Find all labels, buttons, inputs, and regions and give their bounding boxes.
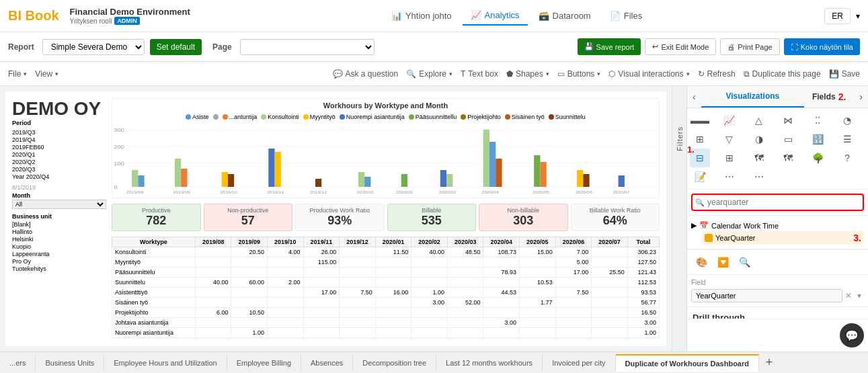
viz-map[interactable]: 🗺 [749, 149, 769, 167]
ask-question-button[interactable]: 💬 Ask a question [333, 69, 399, 79]
text-box-button[interactable]: T Text box [461, 69, 498, 79]
viz-area-chart[interactable]: △ [749, 111, 769, 130]
period-item-5[interactable]: 2020/Q2 [12, 159, 106, 165]
field-filter-clear[interactable]: ✕ [842, 291, 855, 300]
legend-paasuunnittelu: Pääsuunnittellu [409, 114, 457, 120]
explore-button[interactable]: 🔍 Explore ▾ [406, 69, 452, 79]
tab-employee-hours[interactable]: Employee Hours and Utilization [104, 355, 227, 371]
field-tree-child[interactable]: YearQuarter 3. [702, 231, 864, 245]
view-menu[interactable]: View ▾ [35, 69, 58, 79]
cell-value [303, 308, 340, 318]
period-item-1[interactable]: 2019/Q3 [12, 129, 106, 136]
tab-fields[interactable]: Fields 2. [804, 86, 854, 108]
viz-smart-narrative[interactable]: 📝 [690, 167, 710, 186]
tab-employee-billing[interactable]: Employee Billing [227, 355, 301, 371]
add-tab-button[interactable]: + [759, 353, 779, 373]
duplicate-button[interactable]: ⧉ Duplicate this page [744, 69, 821, 79]
tab-absences[interactable]: Absences [301, 355, 353, 371]
period-item-2[interactable]: 2019/Q4 [12, 136, 106, 143]
tab-ers[interactable]: ...ers [0, 355, 36, 371]
period-item-4[interactable]: 2020/Q1 [12, 151, 106, 158]
panel-next-button[interactable]: › [854, 87, 868, 106]
field-filter-down[interactable]: ▾ [855, 291, 864, 300]
chat-button[interactable]: 💬 [840, 323, 864, 347]
viz-decomp-tree[interactable]: 🌳 [807, 149, 828, 167]
format-icon-3[interactable]: 🔍 [734, 253, 754, 272]
viz-ribbon-chart[interactable]: ⋈ [778, 111, 798, 130]
tab-invoiced-per-city[interactable]: Invoiced per city [543, 355, 615, 371]
tab-business-units[interactable]: Business Units [36, 355, 104, 371]
chart-legend: Asiste ...antuntija Konsultointi Myyntit… [112, 112, 659, 122]
bu-lappeenranta[interactable]: Lappeenranta [12, 251, 106, 257]
exit-edit-button[interactable]: ↩ Exit Edit Mode [645, 38, 716, 55]
fullscreen-button[interactable]: ⛶ Koko näytön tila [784, 38, 860, 55]
tab-visualizations[interactable]: Visualizations [701, 86, 804, 108]
nav-item-yhtion-johto[interactable]: 📊 Yhtion johto [383, 7, 460, 25]
cell-value: 3.00 [411, 298, 448, 308]
field-tree-parent[interactable]: ▶ 📅 Calendar Work Time [691, 220, 864, 231]
viz-more-1[interactable]: ⋯ [719, 167, 740, 186]
kpi-billable-ratio: Billable Work Ratio 64% [571, 204, 660, 231]
page-select[interactable] [240, 39, 374, 55]
save-button[interactable]: 💾 Save [829, 69, 860, 79]
tab-last-12-months[interactable]: Last 12 months workhours [436, 355, 543, 371]
visual-interactions-button[interactable]: ⬡ Visual interactions ▾ [608, 69, 689, 79]
period-item-7[interactable]: Year 2020/Q4 [12, 173, 106, 180]
fields-search-input[interactable] [691, 194, 864, 211]
viz-bar-chart[interactable]: ▬▬ [690, 111, 710, 130]
viz-card[interactable]: ▭ [778, 130, 798, 149]
cell-value [447, 288, 483, 298]
cell-value [340, 278, 376, 288]
cell-value [447, 257, 483, 267]
viz-slicer[interactable]: ☰ [837, 130, 857, 149]
month-select[interactable]: All [12, 200, 106, 209]
viz-matrix[interactable]: ⊞ [719, 149, 740, 167]
viz-kpi[interactable]: 🔢 [807, 130, 828, 149]
cell-value [303, 298, 340, 308]
field-tree-section: ▶ 📅 Calendar Work Time YearQuarter 3. [687, 216, 868, 249]
buttons-button[interactable]: ▭ Buttons ▾ [557, 69, 601, 79]
panel-prev-button[interactable]: ‹ [687, 87, 701, 106]
filters-side-label[interactable]: Filters [676, 126, 684, 151]
nav-item-analytics[interactable]: 📈 Analytics [463, 6, 528, 26]
bu-helsinki[interactable]: Helsinki [12, 236, 106, 243]
viz-table[interactable]: ⊟ 1. [690, 149, 710, 167]
file-menu[interactable]: File ▾ [8, 69, 27, 79]
viz-filled-map[interactable]: 🗺 [778, 149, 798, 167]
lang-dropdown-icon[interactable]: ▾ [856, 11, 860, 21]
cell-value: 1.77 [520, 298, 556, 308]
print-page-button[interactable]: 🖨 Print Page [720, 38, 779, 55]
save-report-button[interactable]: 💾 Save report [578, 38, 641, 55]
bu-kuopio[interactable]: Kuopio [12, 243, 106, 250]
viz-line-chart[interactable]: 📈 [719, 111, 740, 130]
period-item-6[interactable]: 2020/Q3 [12, 166, 106, 173]
set-default-button[interactable]: Set default [150, 39, 202, 55]
tab-duplicate-workhours[interactable]: Duplicate of Workhours Dashboard [616, 354, 759, 372]
format-icons-row: 🎨 🔽 🔍 [691, 253, 864, 272]
bu-blank[interactable]: [Blank] [12, 221, 106, 228]
nav-item-files[interactable]: 📄 Files [602, 7, 650, 25]
col-2019-11: 2019/11 [303, 237, 340, 247]
cell-value: 1.00 [231, 328, 268, 338]
kpi-billable-ratio-label: Billable Work Ratio [576, 207, 656, 214]
viz-scatter-chart[interactable]: ⁚⁚ [807, 111, 828, 130]
format-icon-1[interactable]: 🎨 [691, 253, 711, 272]
kpi-billable-label: Billable [392, 207, 472, 214]
shapes-button[interactable]: ⬟ Shapes ▾ [506, 69, 549, 79]
viz-gauge[interactable]: ◑ [749, 130, 769, 149]
bu-pro-oy[interactable]: Pro Oy [12, 258, 106, 265]
viz-funnel[interactable]: ▽ [719, 130, 740, 149]
viz-qa[interactable]: ? [837, 149, 857, 167]
viz-pie-chart[interactable]: ◔ [837, 111, 857, 130]
language-button[interactable]: ER [824, 8, 851, 24]
tab-decomposition-tree[interactable]: Decomposition tree [353, 355, 436, 371]
nav-item-dataroom[interactable]: 🗃️ Dataroom [530, 7, 599, 25]
format-icon-2[interactable]: 🔽 [713, 253, 733, 272]
annotation-1: 1. [687, 144, 695, 155]
refresh-button[interactable]: ↻ Refresh [698, 69, 736, 79]
report-select[interactable]: Simple Severa Demo [42, 39, 145, 55]
viz-more-2[interactable]: ⋯ [749, 167, 769, 186]
bu-tuotekehitys[interactable]: Tuotekehitys [12, 265, 106, 272]
bu-hallinto[interactable]: Hallinto [12, 229, 106, 235]
period-item-3[interactable]: 2019FEB60 [12, 144, 106, 151]
